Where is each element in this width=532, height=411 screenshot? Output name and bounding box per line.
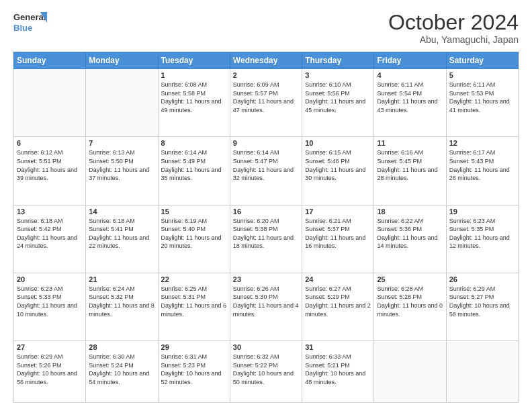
- day-info: Sunrise: 6:27 AMSunset: 5:29 PMDaylight:…: [305, 285, 371, 318]
- day-number: 20: [17, 275, 83, 283]
- calendar-day-cell: 5Sunrise: 6:11 AMSunset: 5:53 PMDaylight…: [446, 69, 518, 137]
- day-number: 21: [89, 275, 154, 283]
- day-number: 31: [305, 343, 371, 351]
- day-number: 29: [161, 343, 227, 351]
- day-info: Sunrise: 6:20 AMSunset: 5:38 PMDaylight:…: [233, 217, 299, 250]
- day-number: 25: [377, 275, 443, 283]
- day-info: Sunrise: 6:29 AMSunset: 5:26 PMDaylight:…: [17, 353, 83, 386]
- location-subtitle: Abu, Yamaguchi, Japan: [388, 34, 519, 45]
- day-number: 2: [233, 71, 299, 79]
- day-info: Sunrise: 6:18 AMSunset: 5:41 PMDaylight:…: [89, 217, 154, 250]
- calendar-day-cell: 1Sunrise: 6:08 AMSunset: 5:58 PMDaylight…: [158, 69, 230, 137]
- weekday-header-cell: Monday: [86, 52, 158, 69]
- day-number: 18: [377, 208, 443, 216]
- day-number: 8: [161, 139, 227, 147]
- calendar-day-cell: 11Sunrise: 6:16 AMSunset: 5:45 PMDayligh…: [374, 137, 446, 205]
- calendar-day-cell: 25Sunrise: 6:28 AMSunset: 5:28 PMDayligh…: [374, 273, 446, 340]
- calendar-week-row: 1Sunrise: 6:08 AMSunset: 5:58 PMDaylight…: [14, 69, 519, 137]
- day-number: 9: [233, 139, 299, 147]
- day-number: 6: [17, 139, 83, 147]
- calendar-day-cell: 26Sunrise: 6:29 AMSunset: 5:27 PMDayligh…: [446, 273, 518, 340]
- day-info: Sunrise: 6:13 AMSunset: 5:50 PMDaylight:…: [89, 148, 154, 182]
- day-info: Sunrise: 6:11 AMSunset: 5:53 PMDaylight:…: [449, 81, 515, 114]
- calendar-day-cell: 27Sunrise: 6:29 AMSunset: 5:26 PMDayligh…: [14, 340, 86, 402]
- weekday-header-cell: Tuesday: [158, 52, 230, 69]
- svg-text:General: General: [13, 12, 46, 22]
- calendar-day-cell: 14Sunrise: 6:18 AMSunset: 5:41 PMDayligh…: [86, 205, 158, 273]
- day-info: Sunrise: 6:11 AMSunset: 5:54 PMDaylight:…: [377, 81, 443, 114]
- day-info: Sunrise: 6:15 AMSunset: 5:46 PMDaylight:…: [305, 148, 371, 182]
- weekday-header-cell: Sunday: [14, 52, 86, 69]
- calendar-day-cell: 22Sunrise: 6:25 AMSunset: 5:31 PMDayligh…: [158, 273, 230, 340]
- calendar-day-cell: [14, 69, 86, 137]
- day-number: 7: [89, 139, 154, 147]
- day-info: Sunrise: 6:18 AMSunset: 5:42 PMDaylight:…: [17, 217, 83, 250]
- calendar-week-row: 13Sunrise: 6:18 AMSunset: 5:42 PMDayligh…: [14, 205, 519, 273]
- day-info: Sunrise: 6:23 AMSunset: 5:33 PMDaylight:…: [17, 285, 83, 318]
- weekday-header-cell: Saturday: [446, 52, 518, 69]
- calendar-day-cell: 21Sunrise: 6:24 AMSunset: 5:32 PMDayligh…: [86, 273, 158, 340]
- day-info: Sunrise: 6:32 AMSunset: 5:22 PMDaylight:…: [233, 353, 299, 386]
- day-number: 16: [233, 208, 299, 216]
- calendar-day-cell: 4Sunrise: 6:11 AMSunset: 5:54 PMDaylight…: [374, 69, 446, 137]
- calendar-day-cell: 29Sunrise: 6:31 AMSunset: 5:23 PMDayligh…: [158, 340, 230, 402]
- day-info: Sunrise: 6:17 AMSunset: 5:43 PMDaylight:…: [449, 148, 515, 182]
- calendar-day-cell: 30Sunrise: 6:32 AMSunset: 5:22 PMDayligh…: [230, 340, 302, 402]
- day-number: 26: [449, 275, 515, 283]
- calendar-day-cell: 18Sunrise: 6:22 AMSunset: 5:36 PMDayligh…: [374, 205, 446, 273]
- calendar-day-cell: 13Sunrise: 6:18 AMSunset: 5:42 PMDayligh…: [14, 205, 86, 273]
- calendar-day-cell: 24Sunrise: 6:27 AMSunset: 5:29 PMDayligh…: [302, 273, 374, 340]
- day-number: 19: [449, 208, 515, 216]
- title-block: October 2024 Abu, Yamaguchi, Japan: [388, 11, 519, 45]
- day-number: 24: [305, 275, 371, 283]
- calendar-day-cell: 9Sunrise: 6:14 AMSunset: 5:47 PMDaylight…: [230, 137, 302, 205]
- day-number: 1: [161, 71, 227, 79]
- calendar-table: SundayMondayTuesdayWednesdayThursdayFrid…: [13, 52, 519, 403]
- calendar-day-cell: 19Sunrise: 6:23 AMSunset: 5:35 PMDayligh…: [446, 205, 518, 273]
- day-number: 30: [233, 343, 299, 351]
- day-info: Sunrise: 6:22 AMSunset: 5:36 PMDaylight:…: [377, 217, 443, 250]
- day-info: Sunrise: 6:31 AMSunset: 5:23 PMDaylight:…: [161, 353, 227, 386]
- calendar-day-cell: 31Sunrise: 6:33 AMSunset: 5:21 PMDayligh…: [302, 340, 374, 402]
- calendar-week-row: 20Sunrise: 6:23 AMSunset: 5:33 PMDayligh…: [14, 273, 519, 340]
- calendar-body: 1Sunrise: 6:08 AMSunset: 5:58 PMDaylight…: [14, 69, 519, 403]
- day-number: 5: [449, 71, 515, 79]
- calendar-day-cell: [446, 340, 518, 402]
- calendar-day-cell: 7Sunrise: 6:13 AMSunset: 5:50 PMDaylight…: [86, 137, 158, 205]
- day-info: Sunrise: 6:08 AMSunset: 5:58 PMDaylight:…: [161, 81, 227, 114]
- day-info: Sunrise: 6:25 AMSunset: 5:31 PMDaylight:…: [161, 285, 227, 318]
- calendar-day-cell: 10Sunrise: 6:15 AMSunset: 5:46 PMDayligh…: [302, 137, 374, 205]
- day-info: Sunrise: 6:23 AMSunset: 5:35 PMDaylight:…: [449, 217, 515, 250]
- calendar-day-cell: 8Sunrise: 6:14 AMSunset: 5:49 PMDaylight…: [158, 137, 230, 205]
- day-info: Sunrise: 6:33 AMSunset: 5:21 PMDaylight:…: [305, 353, 371, 386]
- page: General Blue October 2024 Abu, Yamaguchi…: [0, 0, 532, 411]
- calendar-week-row: 27Sunrise: 6:29 AMSunset: 5:26 PMDayligh…: [14, 340, 519, 402]
- day-number: 23: [233, 275, 299, 283]
- day-number: 10: [305, 139, 371, 147]
- day-info: Sunrise: 6:30 AMSunset: 5:24 PMDaylight:…: [89, 353, 154, 386]
- header: General Blue October 2024 Abu, Yamaguchi…: [13, 11, 519, 45]
- calendar-day-cell: 6Sunrise: 6:12 AMSunset: 5:51 PMDaylight…: [14, 137, 86, 205]
- day-number: 15: [161, 208, 227, 216]
- calendar-day-cell: 12Sunrise: 6:17 AMSunset: 5:43 PMDayligh…: [446, 137, 518, 205]
- day-number: 28: [89, 343, 154, 351]
- day-info: Sunrise: 6:14 AMSunset: 5:49 PMDaylight:…: [161, 148, 227, 182]
- day-info: Sunrise: 6:21 AMSunset: 5:37 PMDaylight:…: [305, 217, 371, 250]
- calendar-day-cell: 28Sunrise: 6:30 AMSunset: 5:24 PMDayligh…: [86, 340, 158, 402]
- day-info: Sunrise: 6:29 AMSunset: 5:27 PMDaylight:…: [449, 285, 515, 318]
- day-info: Sunrise: 6:14 AMSunset: 5:47 PMDaylight:…: [233, 148, 299, 182]
- day-info: Sunrise: 6:28 AMSunset: 5:28 PMDaylight:…: [377, 285, 443, 318]
- calendar-day-cell: 17Sunrise: 6:21 AMSunset: 5:37 PMDayligh…: [302, 205, 374, 273]
- day-info: Sunrise: 6:26 AMSunset: 5:30 PMDaylight:…: [233, 285, 299, 318]
- weekday-header-cell: Wednesday: [230, 52, 302, 69]
- weekday-header-cell: Thursday: [302, 52, 374, 69]
- calendar-day-cell: 23Sunrise: 6:26 AMSunset: 5:30 PMDayligh…: [230, 273, 302, 340]
- weekday-header-row: SundayMondayTuesdayWednesdayThursdayFrid…: [14, 52, 519, 69]
- day-info: Sunrise: 6:24 AMSunset: 5:32 PMDaylight:…: [89, 285, 154, 318]
- day-number: 11: [377, 139, 443, 147]
- day-number: 17: [305, 208, 371, 216]
- day-info: Sunrise: 6:16 AMSunset: 5:45 PMDaylight:…: [377, 148, 443, 182]
- day-info: Sunrise: 6:10 AMSunset: 5:56 PMDaylight:…: [305, 81, 371, 114]
- calendar-day-cell: 2Sunrise: 6:09 AMSunset: 5:57 PMDaylight…: [230, 69, 302, 137]
- day-info: Sunrise: 6:19 AMSunset: 5:40 PMDaylight:…: [161, 217, 227, 250]
